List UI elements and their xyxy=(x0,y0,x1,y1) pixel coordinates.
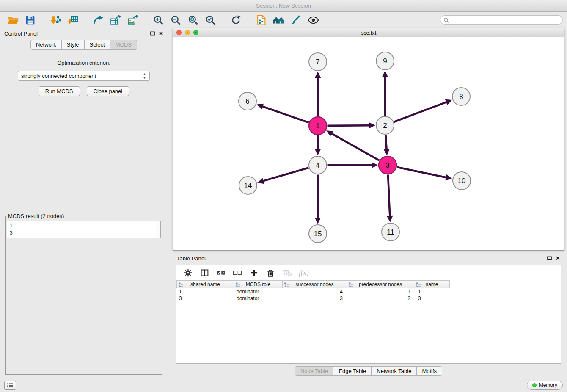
select-all-button[interactable] xyxy=(215,268,227,278)
window-minimize-icon[interactable] xyxy=(185,30,190,35)
edge-2-8[interactable] xyxy=(394,102,447,122)
float-table-panel-icon[interactable] xyxy=(547,256,552,260)
table-body: 1dominator4113dominator323 xyxy=(176,288,561,302)
node-4[interactable]: 4 xyxy=(309,156,327,174)
memory-button[interactable]: Memory xyxy=(527,381,563,390)
run-mcds-button[interactable]: Run MCDS xyxy=(39,86,80,96)
node-label: 6 xyxy=(245,97,249,105)
tab-style[interactable]: Style xyxy=(61,40,85,50)
edge-3-1[interactable] xyxy=(331,133,379,160)
export-network-button[interactable] xyxy=(92,14,105,26)
add-row-button[interactable] xyxy=(248,268,260,278)
import-table-button[interactable] xyxy=(66,14,80,26)
node-label: 10 xyxy=(458,177,466,185)
menu-button[interactable] xyxy=(4,381,16,390)
network-canvas[interactable]: 1234678910111415 xyxy=(173,37,564,250)
column-header-successor-nodes[interactable]: successor nodes xyxy=(282,280,347,288)
zoom-in-button[interactable] xyxy=(152,14,165,26)
tab-node-table[interactable]: Node Table xyxy=(295,366,334,376)
node-9[interactable]: 9 xyxy=(376,52,394,70)
edge-2-3[interactable] xyxy=(385,135,386,150)
table-row[interactable]: 1dominator411 xyxy=(176,288,561,295)
edge-1-2[interactable] xyxy=(328,125,370,126)
node-label: 15 xyxy=(314,230,322,238)
cell-shared-name: 1 xyxy=(176,288,234,295)
save-session-icon xyxy=(25,15,36,25)
clear-selection-button[interactable] xyxy=(232,268,243,278)
column-label: predecessor nodes xyxy=(359,282,402,287)
node-3[interactable]: 3 xyxy=(379,156,396,174)
select-all-icon xyxy=(216,268,226,277)
zoom-in-icon xyxy=(153,15,164,25)
window-zoom-icon[interactable] xyxy=(193,30,198,35)
edge-arrow-icon xyxy=(372,162,378,168)
refresh-button[interactable] xyxy=(229,14,242,26)
open-file-button[interactable] xyxy=(6,14,19,26)
network-canvas-container: 1234678910111415 xyxy=(173,37,564,250)
float-panel-icon[interactable] xyxy=(150,31,155,36)
edge-3-11[interactable] xyxy=(388,175,390,217)
column-label: successor nodes xyxy=(295,282,333,287)
cell-name: 1 xyxy=(416,288,451,295)
style-brush-button[interactable] xyxy=(289,14,303,26)
node-7[interactable]: 7 xyxy=(309,53,327,71)
node-6[interactable]: 6 xyxy=(239,92,256,110)
edge-1-6[interactable] xyxy=(262,106,309,123)
import-network-button[interactable] xyxy=(49,14,62,26)
window-close-icon[interactable] xyxy=(176,30,182,35)
main-content: Control Panel NetworkStyleSelectMCDS Opt… xyxy=(0,28,567,378)
right-column: scc.txt 1234678910111415 Table Panel f(x… xyxy=(173,28,564,378)
node-10[interactable]: 10 xyxy=(453,172,471,190)
function-builder-button[interactable]: f(x) xyxy=(298,268,310,278)
zoom-selected-button[interactable] xyxy=(204,14,217,26)
node-label: 2 xyxy=(383,121,387,130)
column-label: shared name xyxy=(190,282,220,287)
mcds-panel-body: Optimization criterion: strongly connect… xyxy=(0,50,168,378)
edge-4-14[interactable] xyxy=(263,168,309,181)
edge-arrow-icon xyxy=(257,104,264,110)
table-panel-title: Table Panel xyxy=(177,255,206,262)
control-panel: Control Panel NetworkStyleSelectMCDS Opt… xyxy=(0,28,168,378)
table-row[interactable]: 3dominator323 xyxy=(176,295,561,302)
cell-shared-name: 3 xyxy=(176,295,234,302)
sort-icon xyxy=(348,282,354,287)
search-input[interactable] xyxy=(440,15,563,25)
column-header-shared-name[interactable]: shared name xyxy=(176,280,234,288)
column-header-name[interactable]: name xyxy=(414,280,450,288)
tab-network[interactable]: Network xyxy=(30,40,62,50)
close-panel-icon[interactable] xyxy=(159,31,163,36)
export-image-button[interactable] xyxy=(127,14,140,26)
node-1[interactable]: 1 xyxy=(309,117,327,135)
export-table-button[interactable] xyxy=(109,14,122,26)
delete-table-button[interactable] xyxy=(281,268,293,278)
close-table-panel-icon[interactable] xyxy=(556,256,560,260)
tab-select[interactable]: Select xyxy=(84,40,110,50)
tab-motifs[interactable]: Motifs xyxy=(416,366,442,376)
tab-network-table[interactable]: Network Table xyxy=(371,366,417,376)
edge-arrow-icon xyxy=(315,218,321,224)
eye-button[interactable] xyxy=(307,14,320,26)
node-8[interactable]: 8 xyxy=(452,88,470,105)
zoom-out-button[interactable] xyxy=(169,14,182,26)
columns-button[interactable] xyxy=(199,268,210,278)
result-scrollbar[interactable] xyxy=(156,221,160,238)
close-panel-button[interactable]: Close panel xyxy=(87,86,129,96)
node-2[interactable]: 2 xyxy=(376,116,394,134)
save-session-button[interactable] xyxy=(24,14,37,26)
column-header-mcds-role[interactable]: MCDS role xyxy=(234,280,283,288)
gear-button[interactable] xyxy=(182,268,194,278)
homes-button[interactable] xyxy=(272,14,285,26)
tab-edge-table[interactable]: Edge Table xyxy=(333,366,372,376)
column-header-predecessor-nodes[interactable]: predecessor nodes xyxy=(347,280,414,288)
application-window: Session: New Session Control Panel Netwo… xyxy=(0,0,567,392)
node-15[interactable]: 15 xyxy=(309,225,327,243)
edge-3-10[interactable] xyxy=(397,167,447,178)
optimization-label: Optimization criterion: xyxy=(5,60,162,66)
tab-mcds[interactable]: MCDS xyxy=(110,40,137,50)
node-14[interactable]: 14 xyxy=(239,177,257,194)
criterion-dropdown[interactable]: strongly connected component xyxy=(18,71,150,81)
delete-row-button[interactable] xyxy=(265,268,276,278)
zoom-fit-button[interactable] xyxy=(187,14,200,26)
network-file-button[interactable] xyxy=(255,14,268,26)
node-11[interactable]: 11 xyxy=(382,223,399,241)
